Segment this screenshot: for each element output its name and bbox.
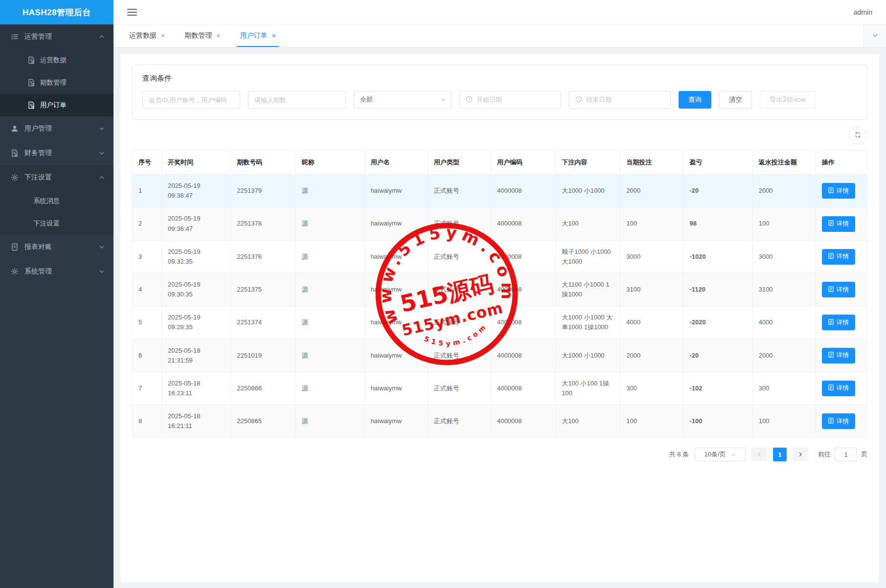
detail-button[interactable]: 详情 <box>822 282 855 297</box>
sidebar-item-bet-settings[interactable]: 下注设置 <box>0 165 114 190</box>
detail-button[interactable]: 详情 <box>822 348 855 363</box>
prev-page-button[interactable] <box>751 448 767 461</box>
detail-button[interactable]: 详情 <box>822 381 855 396</box>
chevron-up-icon <box>99 175 105 181</box>
tab-period-management[interactable]: 期数管理× <box>175 24 230 47</box>
chevron-down-icon <box>872 32 879 40</box>
export-excel-button[interactable]: 导出到Excel <box>760 91 816 109</box>
detail-button[interactable]: 详情 <box>822 413 855 429</box>
sidebar-item-operations-data[interactable]: 运营数据 <box>0 49 114 71</box>
main-area: 查询条件 全部 开始日期 <box>114 47 886 588</box>
top-navbar: admin <box>114 0 886 24</box>
goto-page-suffix: 页 <box>861 450 867 459</box>
cell-action: 详情 <box>816 405 867 438</box>
chevron-down-icon <box>731 452 736 457</box>
chevron-down-icon <box>99 244 105 250</box>
tab-list-dropdown[interactable] <box>863 24 886 47</box>
period-input[interactable] <box>248 91 346 109</box>
sidebar-item-system-management[interactable]: 系统管理 <box>0 259 114 284</box>
hamburger-icon[interactable] <box>127 9 137 16</box>
detail-button[interactable]: 详情 <box>822 249 855 265</box>
table-header-row: 序号开奖时间期数号码昵称用户名用户类型用户编码下注内容当期投注盈亏返水投注金额操… <box>133 151 867 175</box>
cell-nickname: 源 <box>295 207 364 240</box>
cell-username: haiwaiymw <box>364 207 428 240</box>
cell-action: 详情 <box>816 306 867 339</box>
refresh-button[interactable] <box>849 127 866 144</box>
sidebar-item-user-management[interactable]: 用户管理 <box>0 116 114 141</box>
query-panel-title: 查询条件 <box>142 74 857 83</box>
cell-username: haiwaiymw <box>364 372 428 405</box>
search-button[interactable]: 查询 <box>679 91 711 109</box>
tab-operations-data[interactable]: 运营数据× <box>119 24 175 47</box>
chevron-right-icon <box>798 451 803 458</box>
cell-rebate: 3100 <box>752 273 816 306</box>
doc-gear-icon <box>11 149 19 157</box>
document-icon <box>828 187 834 195</box>
page-size-value: 10条/页 <box>704 450 726 459</box>
sidebar-section-bet-settings: 下注设置系统消息下注设置 <box>0 165 114 235</box>
sidebar-item-period-management[interactable]: 期数管理 <box>0 71 114 94</box>
cell-rebate: 2000 <box>752 339 816 372</box>
cell-username: haiwaiymw <box>364 339 428 372</box>
sidebar-item-finance-management[interactable]: 财务管理 <box>0 141 114 165</box>
cell-user-code: 4000008 <box>491 240 555 273</box>
close-icon[interactable]: × <box>272 32 275 39</box>
document-icon <box>828 384 834 392</box>
cell-bet-content: 大100 小100 1操100 <box>556 372 620 405</box>
sidebar-item-report-reconciliation[interactable]: 报表对账 <box>0 235 114 259</box>
sidebar-item-system-messages[interactable]: 系统消息 <box>0 190 114 212</box>
close-icon[interactable]: × <box>161 32 165 39</box>
sidebar-section-operations-management: 运营管理运营数据期数管理用户订单 <box>0 24 114 116</box>
cell-user-type: 正式账号 <box>428 240 491 273</box>
detail-button[interactable]: 详情 <box>822 315 855 330</box>
page-size-select[interactable]: 10条/页 <box>695 448 746 461</box>
cell-bet-content: 大1000 小1000 <box>556 175 620 207</box>
cell-profit: -2020 <box>683 306 752 339</box>
clear-button[interactable]: 清空 <box>719 91 752 109</box>
cell-period: 2251376 <box>231 240 295 273</box>
goto-page-input[interactable] <box>835 448 857 461</box>
document-icon <box>828 352 834 359</box>
cell-index: 7 <box>133 372 162 405</box>
cell-profit: -102 <box>683 372 752 405</box>
page-number-1[interactable]: 1 <box>773 448 787 461</box>
column-header: 操作 <box>816 151 867 175</box>
cell-username: haiwaiymw <box>364 273 428 306</box>
tab-user-orders[interactable]: 用户订单× <box>230 24 285 47</box>
cell-profit: -20 <box>683 175 752 207</box>
table-row: 52025-05-19 09:28:352251374源haiwaiymw正式账… <box>133 306 867 339</box>
sidebar-item-user-orders[interactable]: 用户订单 <box>0 94 114 116</box>
sidebar-item-bet-settings-sub[interactable]: 下注设置 <box>0 212 114 235</box>
detail-button-label: 详情 <box>837 286 849 294</box>
detail-button[interactable]: 详情 <box>822 183 855 199</box>
table-row: 82025-05-18 16:21:112250865源haiwaiymw正式账… <box>133 405 867 438</box>
detail-button-label: 详情 <box>837 384 849 392</box>
detail-button[interactable]: 详情 <box>822 216 855 232</box>
end-date-picker[interactable]: 结束日期 <box>569 91 671 109</box>
sidebar-section-report-reconciliation: 报表对账 <box>0 235 114 259</box>
sidebar-item-label: 下注设置 <box>24 173 99 182</box>
user-menu[interactable]: admin <box>854 8 872 16</box>
cell-index: 1 <box>133 175 162 207</box>
type-select[interactable]: 全部 <box>354 91 452 109</box>
cell-bet-amount: 2000 <box>620 175 683 207</box>
cell-rebate: 3000 <box>752 240 816 273</box>
list-icon <box>11 33 19 41</box>
close-icon[interactable]: × <box>216 32 220 39</box>
sidebar: HASH28管理后台 运营管理运营数据期数管理用户订单用户管理财务管理下注设置系… <box>0 0 114 588</box>
clock-icon <box>466 96 473 104</box>
sidebar-item-label: 期数管理 <box>40 78 105 87</box>
member-search-input[interactable] <box>142 91 240 109</box>
column-header: 下注内容 <box>556 151 620 175</box>
next-page-button[interactable] <box>793 448 808 461</box>
sidebar-item-operations-management[interactable]: 运营管理 <box>0 24 114 49</box>
document-icon <box>828 319 834 326</box>
cell-bet-content: 大1000 小1000 <box>556 339 620 372</box>
cell-nickname: 源 <box>295 372 364 405</box>
cell-period: 2251378 <box>231 207 295 240</box>
table-row: 32025-05-19 09:32:352251376源haiwaiymw正式账… <box>133 240 867 273</box>
cell-bet-amount: 3100 <box>620 273 683 306</box>
start-date-picker[interactable]: 开始日期 <box>459 91 561 109</box>
doc-icon <box>11 243 19 251</box>
cell-nickname: 源 <box>295 405 364 438</box>
